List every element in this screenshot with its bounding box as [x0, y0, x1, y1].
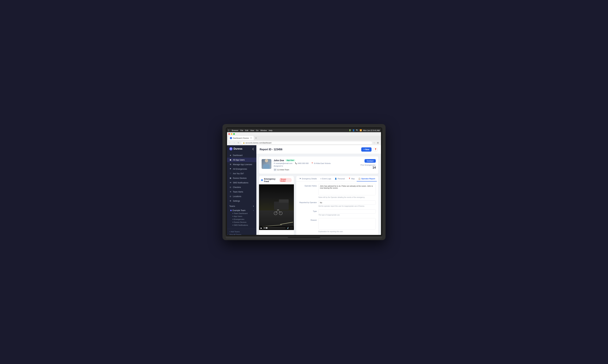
teams-label: Teams [229, 205, 235, 207]
operator-notes-textarea[interactable]: John has advised he is ok, Police are al… [318, 184, 376, 195]
window-menu[interactable]: Window [261, 130, 267, 131]
progress-bar[interactable] [263, 228, 286, 228]
sidebar-item-all-emergencies[interactable]: ⚑ All Emergencies [227, 167, 256, 171]
duress-devices-icon: ▦ [229, 177, 232, 179]
map-button[interactable]: 📍 [373, 147, 378, 152]
new-tab-button[interactable]: + [254, 136, 258, 140]
avatar-image [262, 159, 271, 169]
new-button[interactable]: + New [361, 147, 371, 152]
tab-emergency-details[interactable]: ⚑ Emergency Details [298, 176, 318, 182]
tab-operator-report[interactable]: 📋 Operator Report [357, 176, 377, 182]
add-teams-button[interactable]: + Add Teams [229, 230, 254, 233]
team-icon: QU [274, 168, 277, 171]
macos-menubar:  Browser File Edit View Go Window Help … [227, 129, 381, 132]
team-sub-items: Team Dashboard App Users Emergencies [230, 212, 254, 227]
laptop-screen:  Browser File Edit View Go Window Help … [227, 129, 381, 235]
tab-event-logs[interactable]: ≡ Event Logs [319, 176, 333, 182]
refresh-button[interactable]: ↻ [237, 141, 240, 144]
close-window-button[interactable] [228, 133, 230, 135]
volume-button[interactable]: 🔊 [287, 227, 289, 229]
address-bar[interactable]: 🔒 accounts.duress.com/dashboard [241, 141, 372, 144]
content-area: John Doe App User ✉ example@email.com [256, 154, 381, 235]
maximize-window-button[interactable] [233, 133, 235, 135]
two-column-layout: Emergency Feed Stream Ended [259, 176, 378, 235]
sidebar-item-settings[interactable]: ⚙ Settings › [227, 199, 256, 203]
teams-header[interactable]: Teams ∨ [227, 204, 256, 208]
play-button[interactable]: ▶ [261, 227, 262, 229]
go-menu[interactable]: Go [256, 130, 259, 131]
sidebar-item-duress-devices[interactable]: ▦ Duress Devices [227, 176, 256, 181]
sidebar-item-team-alerts[interactable]: ≋ Team Alerts [227, 190, 256, 194]
tab-event-logs-label: Event Logs [322, 178, 331, 180]
sidebar-item-sms-notifications[interactable]: ✉ SMS Notifications [227, 181, 256, 185]
file-menu[interactable]: File [240, 130, 243, 131]
example-team-name[interactable]: Example Team ∨ [230, 209, 254, 212]
help-menu[interactable]: Help [269, 130, 273, 131]
team-sub-dot-icon-5 [233, 225, 233, 225]
team-sub-app-users[interactable]: App Users [233, 215, 254, 218]
user-email: ✉ example@email.com [274, 162, 292, 164]
app-container: D Duress ❮ ◈ Dashboard ▣ All App Users [227, 145, 381, 235]
sidebar-collapse-button[interactable]: ❮ [252, 147, 254, 150]
laptop-base [226, 237, 382, 240]
email-icon: ✉ [274, 162, 275, 164]
reason-textarea[interactable] [318, 218, 376, 230]
apple-menu[interactable]:  [228, 129, 229, 132]
fullscreen-button[interactable]: ⛶ [291, 227, 292, 229]
team-sub-duress-devices[interactable]: Duress Devices [233, 221, 254, 224]
sidebar-item-checkins[interactable]: ◎ Checkins [227, 185, 256, 190]
team-sub-emergencies[interactable]: Emergencies [233, 218, 254, 221]
video-scene [259, 184, 294, 230]
sidebar-item-label-duress-devices: Duress Devices [233, 177, 247, 179]
menubar-search-icon[interactable]: 🔍 [356, 129, 358, 131]
page-header-actions: + New 📍 [361, 147, 378, 152]
bookmark-button[interactable]: ☆ [373, 142, 375, 144]
type-input[interactable] [318, 209, 376, 214]
sidebar-logo: D Duress [229, 147, 242, 150]
sms-icon: ✉ [229, 182, 232, 184]
extensions-button[interactable]: ⊞ [376, 141, 380, 144]
are-you-ok-icon: ♡ [229, 172, 232, 175]
sidebar-item-are-you-ok[interactable]: ♡ Are You Ok? [227, 171, 256, 176]
team-sub-team-dashboard[interactable]: Team Dashboard [233, 212, 254, 215]
active-browser-tab[interactable]: D Dashboard | Duress ✕ [228, 136, 254, 140]
sidebar-item-locations[interactable]: ◎ Locations [227, 194, 256, 199]
sidebar-item-manage-licenses[interactable]: ⊞ Manage App Licenses [227, 162, 256, 167]
sidebar-item-label-locations: Locations [233, 195, 241, 197]
page-title: Report ID - 123456 [260, 148, 282, 151]
sidebar-item-dashboard[interactable]: ◈ Dashboard [227, 153, 256, 158]
edit-menu[interactable]: Edit [245, 130, 248, 131]
forward-button[interactable]: → [233, 141, 236, 144]
view-menu[interactable]: View [250, 130, 254, 131]
tab-map-icon: 📍 [348, 178, 351, 180]
menubar-wifi-icon: 📶 [360, 129, 362, 131]
tab-close-button[interactable]: ✕ [250, 137, 252, 139]
tab-personal[interactable]: 👤 Personal [333, 176, 346, 182]
contact-button[interactable]: Contact [365, 159, 376, 163]
back-button[interactable]: ← [228, 141, 232, 144]
user-card-right: Contact Prior Emergencies: 14 [360, 159, 376, 169]
operator-notes-row: Operator Notes John has advised he is ok… [299, 184, 376, 198]
view-all-teams-button[interactable]: View All Teams [229, 233, 254, 235]
team-sub-sms-notifications[interactable]: SMS Notifications [233, 224, 254, 227]
type-input-col: The type of inappropriate use. [318, 209, 376, 216]
reported-by-operator-input[interactable] [318, 200, 376, 205]
reason-input-col: Explanation for reporting this user. [318, 218, 376, 233]
sidebar-item-label-all-emergencies: All Emergencies [233, 168, 247, 170]
user-meta: ✉ example@email.com 📞 0400 000 000 [274, 162, 330, 164]
tab-operator-report-icon: 📋 [358, 178, 361, 180]
tab-map[interactable]: 📍 Map [347, 176, 356, 182]
team-sub-dot-icon-2 [233, 216, 233, 217]
sidebar-item-all-app-users[interactable]: ▣ All App Users [227, 158, 256, 162]
assigned-team: QU Q United Team [274, 168, 330, 171]
logo-icon: D [229, 147, 233, 150]
team-sub-label-duress-devices: Duress Devices [234, 221, 246, 223]
checkins-icon: ◎ [229, 186, 232, 188]
details-card: ⚑ Emergency Details ≡ Event Logs 👤 [296, 176, 378, 235]
browser-menu[interactable]: Browser [232, 130, 238, 131]
minimize-window-button[interactable] [231, 133, 232, 135]
assigned-team-name: Q United Team [277, 169, 289, 171]
tab-personal-label: Personal [338, 178, 345, 180]
sidebar-footer: + Add Teams View All Teams [227, 229, 256, 235]
reported-by-operator-hint: Did the operator report this user for in… [318, 205, 376, 207]
